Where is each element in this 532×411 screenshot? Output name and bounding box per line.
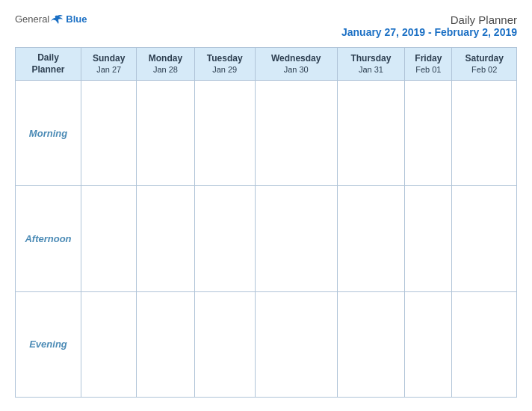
evening-wed[interactable] — [255, 291, 337, 397]
col-header-label: DailyPlanner — [16, 48, 81, 81]
evening-sun[interactable] — [81, 291, 137, 397]
afternoon-sat[interactable] — [452, 186, 517, 291]
col-date-mon: Jan 28 — [138, 64, 192, 75]
col-header-sun: Sunday Jan 27 — [81, 48, 137, 81]
afternoon-thu[interactable] — [337, 186, 405, 291]
morning-row: Morning — [16, 81, 517, 186]
afternoon-fri[interactable] — [405, 186, 452, 291]
col-date-sun: Jan 27 — [83, 64, 134, 75]
col-date-wed: Jan 30 — [257, 64, 335, 75]
evening-thu[interactable] — [337, 291, 405, 397]
planner-title: Daily Planner — [341, 13, 517, 26]
col-date-tue: Jan 29 — [197, 64, 253, 75]
morning-tue[interactable] — [194, 81, 255, 186]
evening-row: Evening — [16, 291, 517, 397]
logo-blue-text: Blue — [66, 13, 87, 25]
morning-thu[interactable] — [337, 81, 405, 186]
col-header-sat: Saturday Feb 02 — [452, 48, 517, 81]
col-header-thu: Thursday Jan 31 — [337, 48, 405, 81]
afternoon-label: Afternoon — [16, 186, 81, 291]
calendar-table: DailyPlanner Sunday Jan 27 Monday Jan 28… — [15, 47, 517, 398]
morning-sun[interactable] — [81, 81, 137, 186]
logo-general-text: General — [15, 13, 49, 25]
afternoon-tue[interactable] — [194, 186, 255, 291]
col-header-label-text: DailyPlanner — [31, 52, 64, 75]
calendar-header-row: DailyPlanner Sunday Jan 27 Monday Jan 28… — [16, 48, 517, 81]
col-day-wed: Wednesday — [257, 53, 335, 65]
col-day-tue: Tuesday — [197, 53, 253, 65]
logo: General Blue — [15, 13, 87, 25]
evening-fri[interactable] — [405, 291, 452, 397]
morning-sat[interactable] — [452, 81, 517, 186]
col-header-mon: Monday Jan 28 — [137, 48, 194, 81]
afternoon-row: Afternoon — [16, 186, 517, 291]
morning-mon[interactable] — [137, 81, 194, 186]
evening-mon[interactable] — [137, 291, 194, 397]
col-header-tue: Tuesday Jan 29 — [194, 48, 255, 81]
col-day-sat: Saturday — [454, 53, 515, 65]
morning-wed[interactable] — [255, 81, 337, 186]
col-day-thu: Thursday — [339, 53, 403, 65]
col-date-thu: Jan 31 — [339, 64, 403, 75]
morning-fri[interactable] — [405, 81, 452, 186]
evening-label: Evening — [16, 291, 81, 397]
afternoon-wed[interactable] — [255, 186, 337, 291]
date-range: January 27, 2019 - February 2, 2019 — [341, 26, 517, 38]
col-day-fri: Friday — [406, 53, 450, 65]
col-day-mon: Monday — [138, 53, 192, 65]
col-date-sat: Feb 02 — [454, 64, 515, 75]
col-date-fri: Feb 01 — [406, 64, 450, 75]
evening-sat[interactable] — [452, 291, 517, 397]
page-header: General Blue Daily Planner January 27, 2… — [15, 13, 517, 38]
evening-tue[interactable] — [194, 291, 255, 397]
afternoon-sun[interactable] — [81, 186, 137, 291]
afternoon-mon[interactable] — [137, 186, 194, 291]
logo-bird-icon — [51, 14, 64, 25]
title-area: Daily Planner January 27, 2019 - Februar… — [341, 13, 517, 38]
col-header-wed: Wednesday Jan 30 — [255, 48, 337, 81]
col-day-sun: Sunday — [83, 53, 134, 65]
morning-label: Morning — [16, 81, 81, 186]
col-header-fri: Friday Feb 01 — [405, 48, 452, 81]
logo-area: General Blue — [15, 13, 87, 25]
